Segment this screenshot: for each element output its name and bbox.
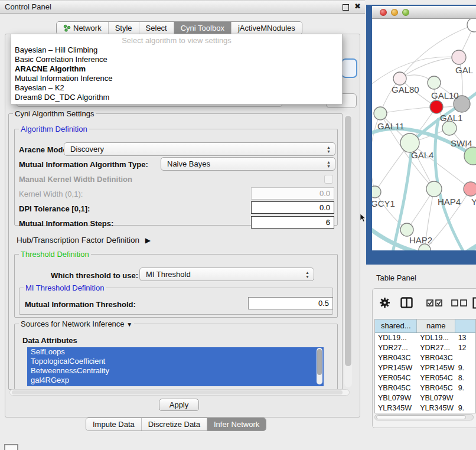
gear-icon[interactable] <box>379 297 390 308</box>
table-header-name[interactable]: name <box>417 319 455 332</box>
tab-label: Impute Data <box>93 420 135 429</box>
tab-label: Style <box>115 24 132 32</box>
tab-discretize-data[interactable]: Discretize Data <box>141 418 207 431</box>
tab-label: Cyni Toolbox <box>181 24 224 32</box>
table-cell <box>455 393 475 403</box>
apply-button[interactable]: Apply <box>159 399 199 411</box>
tab-infer-network[interactable]: Infer Network <box>207 418 266 431</box>
table-cell: YPR145W <box>417 363 455 373</box>
dpi-tolerance-label: DPI Tolerance [0,1]: <box>19 204 90 213</box>
node-gal-pink[interactable] <box>452 50 466 64</box>
settings-vertical-scrollbar-thumb[interactable] <box>345 116 351 366</box>
float-window-icon[interactable] <box>343 4 349 11</box>
tab-style[interactable]: Style <box>108 22 139 34</box>
kernel-width-input[interactable] <box>251 187 334 200</box>
tab-impute-data[interactable]: Impute Data <box>86 418 141 431</box>
data-attribute-item-gal4rgexp[interactable]: gal4RGexp <box>27 376 324 385</box>
unchecked-boxes-icon[interactable] <box>451 299 468 306</box>
table-cell: YPR145W <box>375 363 417 373</box>
network-node-label: Y <box>471 197 476 207</box>
which-threshold-select[interactable]: MI Threshold ▲▼ <box>139 268 314 281</box>
algorithm-item-basic-correlation-inference[interactable]: Basic Correlation Inference <box>11 55 342 64</box>
minimized-panel-icon[interactable] <box>4 444 18 450</box>
node-hap2[interactable] <box>400 223 413 236</box>
table-row[interactable]: YBR045CYBR045C9. <box>375 383 475 393</box>
node-gal10[interactable] <box>428 76 441 89</box>
sources-toggle[interactable]: Sources for Network Inference ▼ <box>19 319 134 328</box>
table-cell: YBL079W <box>417 393 455 403</box>
table-cell: YDL19... <box>375 333 417 343</box>
table-header-shared[interactable]: shared... <box>375 319 417 332</box>
tab-cyni-toolbox[interactable]: Cyni Toolbox <box>174 22 231 34</box>
node-hap4[interactable] <box>426 181 442 197</box>
mi-threshold-input[interactable] <box>248 297 333 309</box>
table-cell: YDR27... <box>375 343 417 353</box>
table-cell: YLR345W <box>417 403 455 413</box>
algorithm-item-dream8-dc-tdc-algorithm[interactable]: Dream8 DC_TDC Algorithm <box>11 93 342 102</box>
node-gal11[interactable] <box>374 107 387 120</box>
table-row[interactable]: YPR145WYPR145W9. <box>375 363 475 373</box>
table-header-col2[interactable] <box>455 319 475 332</box>
data-attributes-list[interactable]: SelfLoopsTopologicalCoefficientBetweenne… <box>27 347 324 386</box>
scrollbar-thumb[interactable] <box>317 349 322 375</box>
scrollbar-thumb[interactable] <box>376 415 466 419</box>
algorithm-item-bayesian-k2[interactable]: Bayesian – K2 <box>11 83 342 93</box>
group-title: Algorithm Definition <box>19 125 89 133</box>
network-canvas[interactable]: GALGAL80GAL10GAL1GAL11SWI4GAL4GCY1HAP4YH… <box>372 19 476 250</box>
node-top-right[interactable] <box>467 19 476 32</box>
traffic-light-close-icon[interactable] <box>380 9 387 16</box>
checked-boxes-icon[interactable] <box>426 299 443 306</box>
mouse-cursor <box>360 214 367 223</box>
kernel-width-label: Kernel Width (0,1): <box>19 190 83 198</box>
network-window-titlebar[interactable] <box>372 6 476 19</box>
dpi-tolerance-input[interactable] <box>251 201 334 214</box>
file-icon[interactable] <box>472 297 476 309</box>
table-cell: YER054C <box>417 373 455 383</box>
node-table[interactable]: shared...name YDL19...YDL19...13YDR27...… <box>374 319 476 413</box>
node-gal1[interactable] <box>430 100 443 113</box>
tab-jactivemnodules[interactable]: jActiveMNodules <box>231 22 302 34</box>
data-attribute-item-topologicalcoefficient[interactable]: TopologicalCoefficient <box>27 357 324 366</box>
algorithm-item-mutual-information-inference[interactable]: Mutual Information Inference <box>11 74 342 83</box>
algorithm-item-bayesian-hill-climbing[interactable]: Bayesian – Hill Climbing <box>11 45 342 55</box>
data-attribute-item-betweennesscentrality[interactable]: BetweennessCentrality <box>27 366 324 376</box>
table-cell: 9. <box>455 363 475 373</box>
mi-algorithm-type-select[interactable]: Naive Bayes ▲▼ <box>161 157 335 171</box>
node-gcy1[interactable] <box>372 186 381 198</box>
tab-select[interactable]: Select <box>139 22 174 34</box>
table-row[interactable]: YBL079WYBL079W <box>375 393 475 403</box>
tab-network[interactable]: Network <box>57 22 108 34</box>
table-row[interactable]: YBR043CYBR043C <box>375 353 475 363</box>
data-attribute-item-selfloops[interactable]: SelfLoops <box>27 347 324 357</box>
table-row[interactable]: YLR345WYLR345W9. <box>375 403 475 413</box>
close-icon[interactable]: ✖ <box>354 2 361 11</box>
table-row[interactable]: YDR27...YDR27...12 <box>375 343 475 353</box>
algorithm-item-aracne-algorithm[interactable]: ARACNE Algorithm <box>11 64 342 74</box>
table-cell: YBR045C <box>375 383 417 393</box>
split-columns-icon[interactable] <box>400 297 413 308</box>
settings-horizontal-scrollbar[interactable] <box>9 389 350 396</box>
tab-label: Network <box>73 24 102 32</box>
attributes-scrollbar[interactable] <box>317 348 322 384</box>
aracne-mode-select[interactable]: Discovery ▲▼ <box>64 142 335 156</box>
table-row[interactable]: YER054CYER054C8. <box>375 373 475 383</box>
traffic-light-minimize-icon[interactable] <box>391 9 398 16</box>
traffic-light-zoom-icon[interactable] <box>402 9 409 16</box>
network-edge[interactable] <box>380 107 436 113</box>
table-horizontal-scrollbar[interactable] <box>374 414 474 420</box>
mi-steps-input[interactable] <box>251 216 334 229</box>
node-salmon[interactable] <box>464 182 476 196</box>
network-edge[interactable] <box>372 57 459 89</box>
node-gal80[interactable] <box>393 72 406 85</box>
network-node-label: GAL11 <box>377 121 405 131</box>
network-node-label: GAL <box>455 65 473 75</box>
group-title: MI Threshold Definition <box>24 283 106 292</box>
hub-definition-toggle[interactable]: Hub/Transcription Factor Definition ▶ <box>17 236 151 244</box>
scrollbar-thumb[interactable] <box>12 390 343 394</box>
manual-kernel-checkbox[interactable] <box>324 175 333 184</box>
table-row[interactable]: YDL19...YDL19...13 <box>375 333 475 343</box>
node-green-small[interactable] <box>442 121 457 135</box>
table-toolbar <box>372 294 476 315</box>
tab-label: Infer Network <box>214 420 259 429</box>
tab-label: jActiveMNodules <box>238 24 295 32</box>
